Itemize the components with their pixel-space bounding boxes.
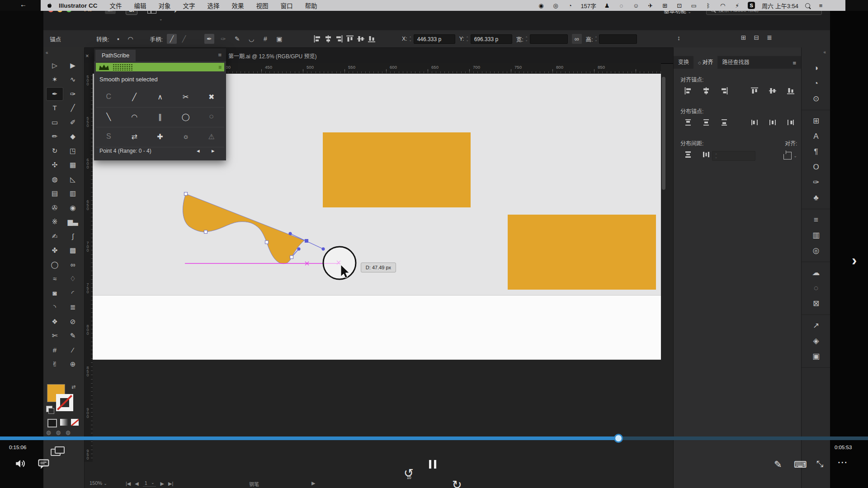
volume-button[interactable]: [14, 458, 26, 471]
document-tab[interactable]: 第一期.ai @ 12.5% (RGB/GPU 预览): [228, 52, 317, 60]
blade-tool[interactable]: ✎: [65, 329, 81, 342]
list-view-icon[interactable]: ⊟: [754, 34, 760, 41]
scale-tool[interactable]: ◳: [65, 145, 81, 157]
rotate-tool[interactable]: ↻: [47, 145, 63, 157]
camera-icon[interactable]: ◎: [552, 2, 559, 9]
align-middle-v-button[interactable]: [764, 85, 782, 96]
live-paint-tool[interactable]: ❖: [47, 315, 63, 328]
align-bottom-button[interactable]: [368, 35, 376, 43]
curve-wave-tool[interactable]: ≈: [47, 272, 63, 285]
opentype-panel-icon[interactable]: O: [802, 160, 830, 175]
artboards-panel-icon[interactable]: ▣: [802, 349, 830, 364]
input-method-icon[interactable]: ☺: [632, 2, 640, 9]
pattern-tile-tool[interactable]: ▩: [65, 244, 81, 257]
width-field[interactable]: 宽: ⌃⌄: [516, 34, 568, 44]
last-artboard-button[interactable]: ▶|: [168, 481, 173, 487]
battery-icon[interactable]: ⚡: [733, 2, 741, 9]
stroke-color-swatch[interactable]: [56, 394, 73, 411]
comments-button[interactable]: [38, 459, 49, 471]
column-graph-tool[interactable]: ▆▃: [65, 216, 81, 228]
previous-point-button[interactable]: ◂: [197, 147, 200, 154]
align-center-h-button[interactable]: [697, 85, 715, 96]
video-progress-track[interactable]: [0, 436, 868, 440]
symbol-scrubber-tool[interactable]: ⊘: [65, 315, 81, 328]
telegram-icon[interactable]: ✈: [646, 2, 654, 9]
blob-brush-tool[interactable]: ✤: [47, 244, 63, 257]
s-shortcut-icon[interactable]: S: [102, 132, 115, 141]
convert-smooth-icon[interactable]: ◠: [126, 34, 136, 44]
space-v-button[interactable]: [679, 149, 697, 160]
active-app-name[interactable]: Illustrator CC: [59, 2, 98, 9]
align-top-button[interactable]: [346, 35, 354, 43]
control-center-icon[interactable]: ≡: [817, 2, 825, 9]
creative-cloud-icon[interactable]: ◌: [618, 2, 625, 9]
menu-item[interactable]: 帮助: [305, 1, 317, 10]
dist-left-button[interactable]: [745, 117, 764, 128]
free-transform-tool[interactable]: ▦: [65, 159, 81, 171]
canvas-scrollbar[interactable]: [662, 77, 665, 190]
height-field[interactable]: 高: ⌃⌄: [586, 34, 637, 44]
sidecar-icon[interactable]: ⊡: [675, 2, 683, 9]
measure-tool[interactable]: ≣: [65, 301, 81, 314]
s-app-icon[interactable]: S: [748, 2, 755, 9]
pattern-options-panel-icon[interactable]: ⊙: [802, 91, 830, 107]
color-button[interactable]: [47, 419, 57, 427]
gradient-button[interactable]: [60, 419, 68, 426]
align-bottom-button[interactable]: [782, 85, 800, 96]
hide-handles-icon[interactable]: ╱: [179, 34, 189, 44]
stacking-tool[interactable]: ♢: [65, 272, 81, 285]
arc-tool[interactable]: ◜: [65, 287, 81, 300]
orange-rectangle-1[interactable]: [323, 132, 471, 207]
menu-item[interactable]: 对象: [159, 1, 171, 10]
dist-bottom-button[interactable]: [715, 117, 733, 128]
default-fill-stroke-icon[interactable]: [46, 406, 52, 412]
panel-menu-icon[interactable]: ≡: [793, 60, 796, 69]
align-right-button[interactable]: [335, 35, 343, 43]
warning-icon[interactable]: ⚠: [205, 132, 218, 141]
cut-path-icon[interactable]: ✂: [179, 93, 193, 101]
none-button[interactable]: [71, 419, 79, 426]
align-center-h-button[interactable]: [324, 35, 332, 43]
hand-tool[interactable]: ✌: [47, 358, 63, 371]
dist-center-v-button[interactable]: [697, 117, 715, 128]
symbols-panel-icon[interactable]: ♣: [802, 190, 830, 206]
menu-item[interactable]: 编辑: [134, 1, 146, 10]
align-left-button[interactable]: [679, 85, 697, 96]
magic-wand-tool[interactable]: ✶: [47, 73, 63, 86]
zoom-tool[interactable]: ⊕: [65, 358, 81, 371]
annotate-pencil-icon[interactable]: ✎: [774, 459, 782, 470]
character-panel-icon[interactable]: A: [802, 129, 830, 144]
collapse-tools-icon[interactable]: «: [46, 50, 48, 55]
rotate-view-tool[interactable]: ◝: [47, 301, 63, 314]
delete-point-icon[interactable]: ✖: [205, 93, 218, 101]
dist-right-button[interactable]: [782, 117, 800, 128]
next-artboard-button[interactable]: ▶: [160, 481, 164, 487]
pen-tool[interactable]: ✒: [47, 88, 63, 100]
orange-rectangle-2[interactable]: [508, 215, 656, 290]
tab-transform[interactable]: 变换: [674, 55, 693, 69]
align-top-button[interactable]: [745, 85, 764, 96]
lasso-tool[interactable]: ∿: [65, 73, 81, 86]
align-to-artboard-dropdown[interactable]: ⌄: [783, 151, 797, 160]
expand-panels-icon[interactable]: «: [823, 50, 826, 55]
link-dimensions-icon[interactable]: ∞: [572, 34, 582, 44]
align-left-button[interactable]: [313, 35, 321, 43]
add-anchor-icon[interactable]: ✑: [218, 34, 228, 44]
y-field[interactable]: Y: ⌃⌄ 696.333 p: [459, 34, 512, 44]
cc-libraries-panel-icon[interactable]: ☁: [802, 265, 830, 281]
gradient-panel-icon[interactable]: ◔: [802, 76, 830, 91]
transparency-panel-icon[interactable]: ◎: [802, 243, 830, 258]
record-icon[interactable]: ◉: [537, 2, 545, 9]
anchor-shape-tool[interactable]: ◯: [47, 258, 63, 271]
selection-tool[interactable]: ▶: [65, 59, 81, 72]
artboard-number-dropdown[interactable]: 1⌄: [143, 480, 156, 487]
grid-view-icon[interactable]: ⊞: [741, 34, 746, 41]
menu-item[interactable]: 文件: [110, 1, 122, 10]
menu-item[interactable]: 选择: [208, 1, 220, 10]
draw-mode-buttons[interactable]: ◍◍◍: [46, 429, 70, 436]
menu-item[interactable]: 窗口: [281, 1, 293, 10]
shape-builder-tool[interactable]: ◍: [47, 173, 63, 186]
smooth-point-icon[interactable]: ╱: [127, 93, 141, 101]
c-shortcut-icon[interactable]: C: [102, 93, 115, 101]
zoom-level-dropdown[interactable]: 150% ⌄: [90, 480, 107, 486]
